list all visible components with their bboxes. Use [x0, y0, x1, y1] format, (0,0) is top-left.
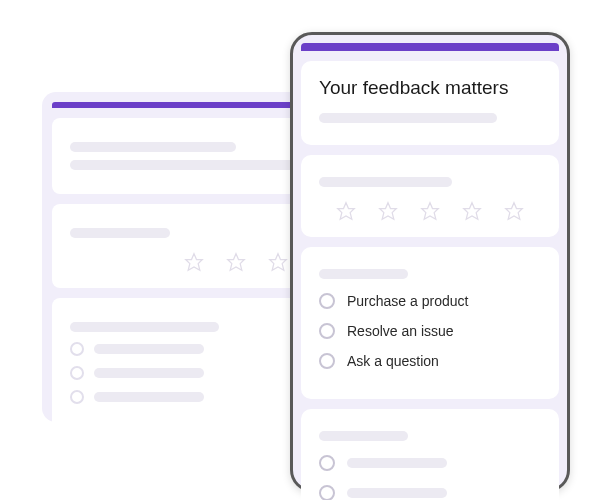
svg-marker-5 [422, 203, 439, 220]
star-icon[interactable] [420, 201, 440, 221]
radio-icon[interactable] [319, 293, 335, 309]
radio-icon [70, 390, 84, 404]
placeholder-line [319, 177, 452, 187]
radio-icon [70, 342, 84, 356]
placeholder-line [347, 458, 447, 468]
svg-marker-0 [186, 254, 203, 271]
svg-marker-2 [270, 254, 287, 271]
svg-marker-4 [380, 203, 397, 220]
radio-label: Resolve an issue [347, 323, 454, 339]
placeholder-line [94, 392, 204, 402]
radio-icon[interactable] [319, 485, 335, 500]
star-icon[interactable] [504, 201, 524, 221]
placeholder-line [70, 142, 236, 152]
placeholder-line [70, 160, 319, 170]
svg-marker-6 [464, 203, 481, 220]
star-icon [268, 252, 288, 272]
radio-icon[interactable] [319, 455, 335, 471]
placeholder-line [94, 368, 204, 378]
svg-marker-3 [338, 203, 355, 220]
radio-option-placeholder[interactable] [319, 485, 541, 500]
radio-icon[interactable] [319, 353, 335, 369]
radio-label: Purchase a product [347, 293, 468, 309]
placeholder-line [70, 322, 219, 332]
svg-marker-1 [228, 254, 245, 271]
svg-marker-7 [506, 203, 523, 220]
placeholder-line [347, 488, 447, 498]
radio-option-resolve[interactable]: Resolve an issue [319, 323, 541, 339]
radio-label: Ask a question [347, 353, 439, 369]
star-rating[interactable] [319, 201, 541, 221]
placeholder-line [319, 113, 497, 123]
star-icon [184, 252, 204, 272]
survey-title: Your feedback matters [319, 77, 541, 99]
radio-icon[interactable] [319, 323, 335, 339]
front-accent-bar [301, 43, 559, 51]
radio-option-placeholder[interactable] [319, 455, 541, 471]
radio-option-purchase[interactable]: Purchase a product [319, 293, 541, 309]
foreground-survey-panel: Your feedback matters Purchase a product… [290, 32, 570, 492]
star-icon[interactable] [378, 201, 398, 221]
radio-option-ask[interactable]: Ask a question [319, 353, 541, 369]
front-rating-card[interactable] [301, 155, 559, 237]
radio-icon [70, 366, 84, 380]
front-options-card: Purchase a product Resolve an issue Ask … [301, 247, 559, 399]
placeholder-line [319, 269, 408, 279]
front-header-card: Your feedback matters [301, 61, 559, 145]
placeholder-line [94, 344, 204, 354]
star-icon[interactable] [336, 201, 356, 221]
star-icon [226, 252, 246, 272]
star-icon[interactable] [462, 201, 482, 221]
placeholder-line [70, 228, 170, 238]
front-extra-card [301, 409, 559, 500]
placeholder-line [319, 431, 408, 441]
